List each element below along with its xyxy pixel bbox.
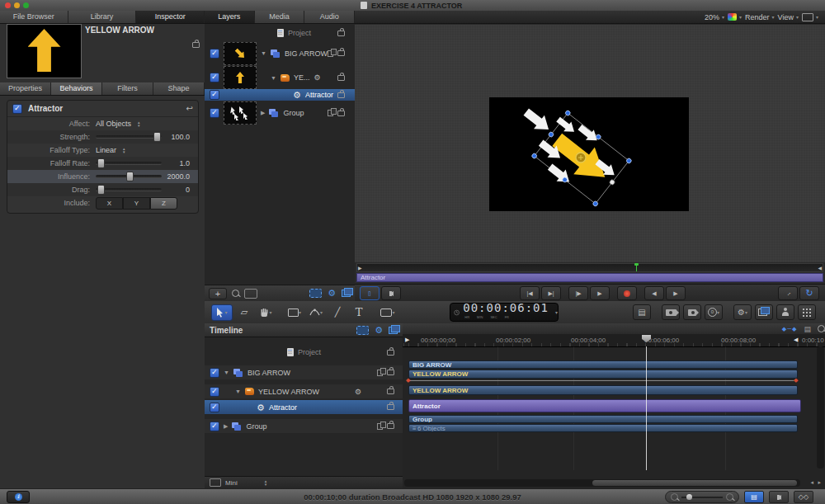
pan-tool[interactable]: ▾ (256, 305, 276, 320)
zoom-in-icon[interactable] (726, 493, 733, 501)
lock-icon[interactable] (337, 31, 345, 36)
settings-gear-icon[interactable]: ⚙▾ (733, 304, 752, 320)
canvas-workspace[interactable] (355, 25, 825, 262)
attractor-checkbox[interactable] (210, 403, 219, 412)
add-layer-button[interactable]: + (209, 288, 227, 299)
layers-row-project[interactable]: Project (205, 26, 355, 40)
lock-icon[interactable] (387, 370, 394, 375)
scroll-right-arrow[interactable]: ▸ (818, 479, 821, 486)
layers-row-yellow-arrow[interactable]: ▼ YE... ⚙ (205, 66, 355, 89)
tab-library[interactable]: Library (68, 11, 137, 23)
drag-value[interactable]: 0 (186, 186, 190, 194)
lock-icon[interactable] (337, 92, 345, 98)
disclosure-down-icon[interactable]: ▼ (224, 370, 229, 375)
scrubber-playhead-knob[interactable] (634, 263, 639, 266)
project-stage[interactable] (489, 97, 689, 211)
layers-row-group[interactable]: ▶ Group (205, 101, 355, 125)
show-audio-tracks-button[interactable] (769, 491, 789, 503)
show-timeline-icon[interactable]: ▯ (360, 286, 380, 300)
minimize-window-button[interactable] (14, 2, 20, 8)
show-mask-icon[interactable] (309, 289, 322, 298)
channels-popup[interactable]: ▾ (728, 13, 742, 21)
keyframe-diamond[interactable]: ◆ (406, 377, 410, 384)
lock-icon[interactable] (337, 111, 345, 116)
dock-icon[interactable] (683, 304, 701, 320)
step-forward-button[interactable]: ▶ (666, 286, 686, 300)
track-yellow-arrow-layer[interactable]: YELLOW ARROW (408, 385, 798, 395)
influence-slider[interactable] (96, 175, 162, 178)
info-button[interactable]: i (7, 491, 30, 503)
strength-slider[interactable] (96, 135, 162, 139)
behavior-enable-checkbox[interactable] (12, 104, 22, 114)
lock-icon[interactable] (387, 350, 394, 356)
rotation-handle[interactable] (609, 179, 615, 186)
paint-stroke-tool[interactable]: ╱ (328, 305, 347, 320)
timeline-row-group[interactable]: ▶ Group (205, 419, 403, 433)
scroll-left-arrow[interactable]: ◂ (810, 479, 813, 486)
zoom-out-icon[interactable] (671, 493, 678, 501)
canvas-scrubber[interactable]: ▶ ◀ (356, 263, 823, 272)
bezier-tool[interactable]: ▾ (306, 305, 326, 320)
show-filters-icon[interactable] (389, 327, 398, 334)
view-popup[interactable]: View▾ (778, 13, 799, 21)
share-person-icon[interactable] (776, 304, 794, 320)
tab-behaviors[interactable]: Behaviors (51, 82, 102, 95)
lock-icon[interactable] (387, 389, 394, 394)
tab-filters[interactable]: Filters (102, 82, 153, 95)
record-button[interactable] (617, 286, 637, 300)
timeline-ruler[interactable]: ▶ 00:00:00;00 00:00:02;00 00:00:04;00 00… (403, 334, 825, 347)
falloff-rate-value[interactable]: 1.0 (179, 159, 190, 167)
drag-slider[interactable] (96, 188, 162, 191)
search-icon[interactable] (232, 290, 239, 297)
big-arrow-checkbox[interactable] (210, 49, 219, 59)
select-tool[interactable]: ▾ (211, 304, 233, 321)
disclosure-right-icon[interactable]: ▶ (261, 110, 265, 116)
include-x-button[interactable]: X (96, 197, 123, 210)
yellow-arrow-checkbox[interactable] (210, 73, 219, 82)
strength-value[interactable]: 100.0 (171, 133, 190, 141)
camera-icon[interactable] (662, 304, 680, 320)
transform-tool[interactable]: ▱ (234, 305, 254, 320)
window-layout-icon[interactable]: ▾ (755, 304, 773, 320)
show-behaviors-icon[interactable]: ⚙ (328, 288, 336, 299)
rectangle-tool[interactable]: ▾ (285, 305, 304, 320)
lock-icon[interactable] (192, 42, 200, 48)
track-yellow-arrow-group[interactable]: YELLOW ARROW (408, 370, 798, 379)
expand-canvas-icon[interactable]: ↔ (778, 286, 798, 300)
timeline-zoom-popup[interactable]: Mini ▴▾ (205, 476, 408, 488)
big-arrow-checkbox[interactable] (210, 368, 219, 378)
lock-icon[interactable] (387, 404, 394, 410)
attractor-checkbox[interactable] (210, 90, 219, 100)
apps-grid-icon[interactable] (798, 304, 816, 320)
yellow-arrow-checkbox[interactable] (210, 387, 219, 397)
tab-audio[interactable]: Audio (304, 11, 355, 23)
tab-inspector[interactable]: Inspector (136, 11, 205, 23)
render-popup[interactable]: Render▾ (745, 13, 775, 21)
go-to-end-button[interactable]: ▶| (541, 286, 561, 300)
filter-icon[interactable] (244, 289, 257, 299)
tab-media[interactable]: Media (255, 11, 305, 23)
include-y-button[interactable]: Y (123, 197, 150, 210)
mask-tool[interactable]: ▾ (378, 305, 398, 320)
timecode-popup-arrow[interactable]: ▾ (555, 309, 558, 315)
zoom-level-popup[interactable]: 20%▾ (705, 13, 724, 21)
include-z-button[interactable]: Z (150, 197, 177, 210)
layers-row-attractor[interactable]: ⚙ Attractor (205, 89, 355, 101)
step-back-button[interactable]: ◀ (644, 286, 664, 300)
play-button[interactable]: ▶ (590, 286, 610, 300)
show-keyframes-button[interactable]: ◇◇ (794, 491, 813, 503)
timer-icon[interactable]: 0▾ (705, 304, 723, 320)
tab-properties[interactable]: Properties (0, 82, 51, 95)
track-objects[interactable]: ≡ 6 Objects (408, 424, 798, 432)
timeline-row-attractor[interactable]: ⚙ Attractor (205, 400, 403, 414)
mini-timeline-bar[interactable]: Attractor (356, 273, 823, 282)
go-to-start-button[interactable]: |◀ (520, 286, 540, 300)
timecode-value[interactable]: 00:00:06:01 (463, 303, 549, 313)
display-popup[interactable]: ▾ (802, 13, 818, 21)
group-checkbox[interactable] (210, 422, 219, 431)
show-filters-icon[interactable] (342, 290, 351, 297)
anchor-point[interactable] (576, 153, 586, 163)
group-checkbox[interactable] (210, 108, 219, 118)
tab-shape[interactable]: Shape (153, 82, 205, 95)
play-from-start-button[interactable]: |▶ (568, 286, 588, 300)
